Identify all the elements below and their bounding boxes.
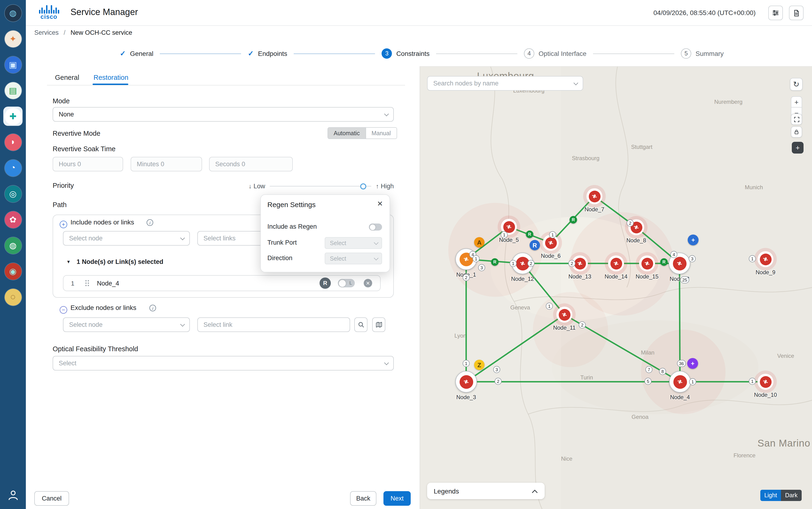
next-button[interactable]: Next [384,491,411,506]
map-node-node_15[interactable] [639,256,655,271]
port-number-badge: 2 [463,274,470,281]
map-node-node_10[interactable] [757,374,774,390]
mode-select[interactable]: None [53,107,394,122]
palette-rail-button[interactable]: ✦ [3,29,23,48]
map-search-input[interactable] [427,76,583,91]
select-on-map-button[interactable] [372,317,385,332]
node-row-toggle[interactable]: L [338,279,355,287]
map-node-label: Node_10 [754,392,777,398]
exclude-info-icon[interactable]: i [150,305,156,311]
document-rail-button[interactable]: ▤ [3,81,23,100]
marker-badge-r[interactable]: R [526,231,533,238]
chevron-down-icon [374,240,379,245]
marker-badge-r[interactable]: R [570,216,577,224]
flower-rail-button[interactable]: ✿ [3,210,23,229]
revertive-manual-option[interactable]: Manual [365,128,396,138]
soak-seconds-input[interactable] [209,157,293,171]
soak-minutes-input[interactable] [131,157,202,171]
camera-rail-button[interactable]: ◉ [3,262,23,281]
back-button[interactable]: Back [350,491,377,506]
tab-general[interactable]: General [55,74,79,81]
legends-panel[interactable]: Legends [427,483,545,499]
oft-select[interactable]: Select [53,356,394,371]
trunk-port-select[interactable]: Select [325,237,382,249]
step-optical-interface[interactable]: 4Optical Interface [524,48,586,59]
marker-badge-z[interactable]: Z [474,360,485,370]
include-as-regen-toggle[interactable] [369,224,382,231]
drag-handle-icon[interactable] [85,279,89,287]
step-general[interactable]: ✓General [120,49,154,58]
coin-rail-button[interactable]: ◌ [3,287,23,307]
revertive-automatic-option[interactable]: Automatic [328,128,365,138]
map-node-node_7[interactable] [586,188,603,204]
direction-select[interactable]: Select [325,252,382,264]
swirl-rail-button[interactable]: ◍ [3,3,23,23]
include-select-node[interactable]: Select node [63,231,190,245]
revertive-mode-segmented: Automatic Manual [327,127,397,139]
settings-lines-button[interactable] [768,6,783,20]
collapse-caret-icon[interactable]: ▾ [67,259,70,265]
tab-restoration[interactable]: Restoration [94,74,128,81]
include-info-icon[interactable]: i [147,219,153,226]
step-summary[interactable]: 5Summary [681,48,724,59]
map-node-node_3[interactable] [455,371,477,393]
marker-badge-r[interactable]: R [529,240,540,250]
lock-button[interactable] [791,126,802,138]
camera-icon: ◉ [4,263,21,280]
marker-badge-r[interactable]: R [491,258,498,266]
remove-node-button[interactable]: ✕ [364,279,372,287]
cluster-expand-button[interactable]: + [688,235,699,245]
window-rail-button[interactable]: ▣ [3,55,23,74]
topology-map[interactable]: ↻ + − + Legends Light Dark LuxembourgLux… [420,66,812,509]
pie-chart-rail-button[interactable]: ◔ [3,158,23,177]
priority-slider-knob[interactable] [360,183,366,189]
regen-badge-button[interactable]: R [320,277,331,289]
swirl-icon: ◍ [4,4,21,21]
map-node-node_9[interactable] [757,251,774,267]
marker-badge-a[interactable]: A [474,237,485,247]
priority-slider-track[interactable] [270,186,371,186]
donut-rail-button[interactable]: ◗ [3,132,23,152]
globe-rail-button[interactable]: ◍ [3,236,23,255]
port-number-badge: 1 [549,231,556,238]
port-number-badge: 2 [569,260,575,267]
compass-rail-button[interactable]: ◎ [3,184,23,203]
soak-time-label: Revertive Soak Time [53,145,116,152]
cluster-expand-button[interactable]: + [687,358,698,369]
map-node-node_4[interactable] [669,371,691,393]
step-endpoints[interactable]: ✓Endpoints [248,49,287,58]
add-service-rail-button[interactable]: ✚ [3,107,23,126]
map-refresh-button[interactable]: ↻ [790,78,803,91]
report-document-button[interactable] [789,6,804,20]
zoom-in-button[interactable]: + [791,96,802,107]
port-number-badge: 2 [527,260,534,267]
close-icon[interactable]: ✕ [377,200,383,208]
map-node-node_11[interactable] [556,307,572,323]
breadcrumb-services-link[interactable]: Services [34,29,59,36]
exclude-select-link[interactable]: Select link [197,317,350,332]
flower-icon: ✿ [4,211,21,228]
add-node-button[interactable]: + [792,142,804,154]
include-plus-icon: + [60,221,67,228]
step-label: Endpoints [258,50,287,57]
map-node-label: Node_14 [605,273,627,280]
regen-node-icon [610,258,622,269]
marker-badge-r[interactable]: R [660,258,668,266]
map-node-node_14[interactable] [608,256,624,271]
theme-light-button[interactable]: Light [760,490,781,501]
map-node-label: Node_15 [636,273,658,280]
regen-node-icon [673,375,687,388]
cancel-button[interactable]: Cancel [34,491,69,506]
soak-hours-input[interactable] [53,157,123,171]
map-node-label: Node_7 [585,206,604,213]
popover-title: Regen Settings [267,201,316,208]
step-constraints[interactable]: 3Constraints [382,48,430,59]
legends-label: Legends [434,487,459,495]
fit-screen-button[interactable] [791,114,802,125]
theme-dark-button[interactable]: Dark [781,490,802,501]
exclude-select-node[interactable]: Select node [63,317,190,332]
user-profile-button[interactable] [7,488,20,502]
regen-node-icon [589,191,600,202]
trunk-port-placeholder: Select [330,240,346,246]
search-link-button[interactable] [354,317,367,332]
